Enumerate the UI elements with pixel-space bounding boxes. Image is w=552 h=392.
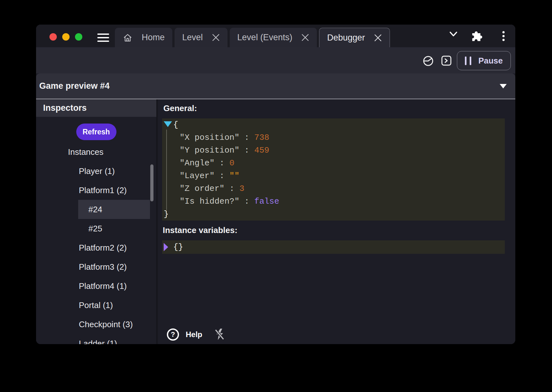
tree-item-ladder-1-[interactable]: Ladder (1)	[36, 334, 156, 344]
tab-label: Level (Events)	[237, 33, 293, 42]
tree-item-label: Checkpoint (3)	[79, 320, 133, 329]
json-entry: Z order : 3	[162, 182, 505, 195]
menu-icon[interactable]	[97, 34, 109, 42]
json-colon: :	[239, 133, 254, 142]
minimize-window-button[interactable]	[62, 33, 70, 41]
tab-level-events[interactable]: Level (Events)	[230, 28, 317, 47]
game-preview-title: Game preview #4	[39, 73, 110, 99]
expanded-triangle-icon[interactable]	[164, 121, 172, 127]
tree-item-label: Ladder (1)	[79, 339, 117, 344]
empty-object: {}	[173, 242, 183, 252]
json-entry: Angle : 0	[162, 157, 505, 170]
json-value: 459	[254, 146, 269, 155]
instance-variables-json-view: {}	[162, 240, 505, 254]
tree-item-checkpoint-3-[interactable]: Checkpoint (3)	[36, 315, 156, 334]
chevron-down-icon[interactable]	[449, 31, 458, 37]
sidebar: Inspectors Refresh InstancesPlayer (1)Pl…	[36, 99, 156, 344]
json-colon: :	[214, 171, 229, 181]
close-tab-icon[interactable]	[374, 34, 382, 42]
extensions-puzzle-icon[interactable]	[470, 29, 483, 42]
app-window: Home Level Level (Events) Debugger	[36, 25, 515, 344]
close-tab-icon[interactable]	[212, 34, 220, 41]
game-preview-header[interactable]: Game preview #4	[36, 73, 515, 99]
general-json-view: { X position : 738Y position : 459Angle …	[162, 118, 505, 221]
pause-icon	[465, 57, 471, 65]
tab-label: Home	[142, 33, 165, 42]
debugger-toolbar: Pause	[36, 47, 515, 73]
tab-label: Debugger	[327, 33, 365, 43]
json-key: Layer	[180, 171, 214, 181]
json-value: 738	[254, 133, 269, 142]
tree-item-label: Platform2 (2)	[79, 243, 127, 253]
traffic-lights	[49, 33, 82, 41]
kebab-menu-icon[interactable]	[502, 31, 505, 41]
tab-level[interactable]: Level	[175, 28, 228, 47]
tree-item-label: Platform4 (1)	[79, 281, 127, 291]
help-label[interactable]: Help	[186, 330, 202, 339]
tree-item-label: Player (1)	[79, 166, 115, 176]
tree-item-platform1-2-[interactable]: Platform1 (2)	[36, 181, 156, 200]
tree-item-#25[interactable]: #25	[36, 219, 156, 238]
json-colon: :	[239, 146, 254, 155]
tree-item-platform2-2-[interactable]: Platform2 (2)	[36, 238, 156, 257]
close-window-button[interactable]	[49, 33, 57, 41]
dropdown-caret-icon[interactable]	[500, 84, 507, 88]
json-key: X position	[180, 133, 239, 142]
flash-off-icon[interactable]	[213, 328, 226, 341]
instance-variables-label: Instance variables:	[163, 225, 237, 235]
screen: Home Level Level (Events) Debugger	[0, 0, 552, 392]
tree-item-portal-1-[interactable]: Portal (1)	[36, 296, 156, 315]
json-colon: :	[214, 158, 229, 168]
json-colon: :	[239, 197, 254, 206]
tree-item-platform4-1-[interactable]: Platform4 (1)	[36, 276, 156, 296]
sidebar-scrollbar-thumb[interactable]	[150, 164, 153, 201]
profiler-icon[interactable]	[423, 56, 434, 66]
json-value: false	[254, 197, 279, 206]
json-value: 0	[229, 158, 235, 168]
tab-bar: Home Level Level (Events) Debugger	[36, 25, 515, 47]
json-value: ""	[229, 171, 239, 181]
tree-item-label: Platform1 (2)	[79, 185, 127, 195]
open-brace: {	[173, 120, 178, 130]
home-icon	[123, 33, 133, 43]
tab-debugger[interactable]: Debugger	[319, 28, 390, 47]
close-tab-icon[interactable]	[301, 34, 309, 41]
tab-home[interactable]: Home	[115, 28, 172, 47]
tab-label: Level	[182, 33, 203, 42]
tree-item-player-1-[interactable]: Player (1)	[36, 162, 156, 181]
debugger-content: Inspectors Refresh InstancesPlayer (1)Pl…	[36, 99, 515, 344]
tree-item-label: Instances	[68, 147, 103, 157]
json-entry: X position : 738	[162, 131, 505, 144]
json-key: Is hidden?	[180, 197, 239, 206]
json-key: Y position	[180, 146, 239, 155]
collapsed-triangle-icon[interactable]	[164, 243, 168, 251]
tree-item-instances[interactable]: Instances	[36, 142, 156, 162]
inspector-tree: InstancesPlayer (1)Platform1 (2)#24#25Pl…	[36, 142, 156, 344]
json-colon: :	[224, 184, 239, 193]
tree-item-#24[interactable]: #24	[36, 200, 156, 219]
help-row: ? Help	[167, 328, 226, 341]
tree-guide-line	[166, 130, 167, 210]
tab-strip: Home Level Level (Events) Debugger	[115, 28, 390, 47]
pause-button-label: Pause	[478, 56, 503, 66]
help-icon[interactable]: ?	[167, 328, 179, 341]
inspector-panel: General: { X position : 738Y position : …	[158, 99, 515, 344]
maximize-window-button[interactable]	[75, 33, 82, 41]
general-label: General:	[163, 103, 197, 113]
json-key: Angle	[180, 158, 214, 168]
tree-item-label: Platform3 (2)	[79, 262, 127, 272]
tree-item-platform3-2-[interactable]: Platform3 (2)	[36, 257, 156, 276]
tree-item-label: #24	[88, 205, 102, 215]
json-entry: Is hidden? : false	[162, 195, 505, 208]
json-value: 3	[239, 184, 244, 193]
tree-item-label: #25	[88, 224, 102, 234]
pause-button[interactable]: Pause	[457, 51, 511, 70]
close-brace: }	[164, 209, 169, 219]
refresh-button[interactable]: Refresh	[76, 124, 116, 140]
json-entry: Layer : ""	[162, 170, 505, 182]
sidebar-header: Inspectors	[36, 99, 156, 117]
console-icon[interactable]	[441, 56, 451, 66]
json-entry: Y position : 459	[162, 144, 505, 157]
tree-item-label: Portal (1)	[79, 300, 113, 310]
json-key: Z order	[180, 184, 224, 193]
